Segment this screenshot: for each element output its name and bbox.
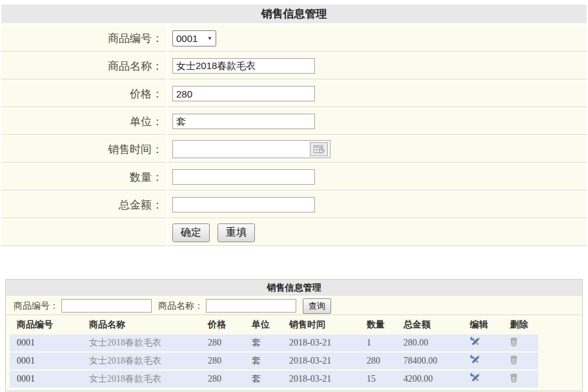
- cell-total: 280.00: [396, 338, 463, 348]
- tools-icon: [470, 373, 481, 383]
- search-id-input[interactable]: [61, 299, 152, 313]
- tools-icon: [470, 336, 481, 347]
- col-header-unit: 单位: [245, 319, 282, 331]
- list-panel-title: 销售信息管理: [6, 280, 582, 296]
- trash-icon: [510, 373, 518, 382]
- col-header-delete: 删除: [503, 319, 538, 331]
- cell-quantity: 280: [360, 356, 396, 366]
- form-row-quantity: 数量：: [1, 164, 587, 191]
- product-name-label: 商品名称：: [1, 53, 167, 79]
- date-picker-button[interactable]: [310, 142, 328, 156]
- col-header-product-name: 商品名称: [82, 319, 201, 331]
- col-header-sale-time: 销售时间: [282, 319, 360, 331]
- cell-product-id: 0001: [10, 356, 82, 366]
- table-row: 0001 女士2018春款毛衣 280 套 2018-03-21 280 784…: [10, 353, 538, 369]
- cell-product-name: 女士2018春款毛衣: [82, 337, 201, 349]
- search-name-input[interactable]: [206, 299, 296, 313]
- price-label: 价格：: [1, 81, 167, 107]
- sale-time-field[interactable]: [172, 140, 330, 158]
- form-row-buttons: 确定 重填: [1, 220, 587, 246]
- search-id-label: 商品编号：: [14, 300, 59, 312]
- form-panel-title: 销售信息管理: [1, 5, 587, 23]
- search-bar: 商品编号： 商品名称： 查询: [6, 297, 582, 315]
- quantity-label: 数量：: [1, 164, 167, 191]
- cell-unit: 套: [245, 355, 282, 367]
- col-header-total: 总金额: [396, 319, 463, 331]
- cell-product-name: 女士2018春款毛衣: [82, 373, 201, 385]
- cell-unit: 套: [245, 337, 282, 349]
- search-name-label: 商品名称：: [158, 300, 203, 312]
- cell-price: 280: [201, 338, 245, 348]
- col-header-price: 价格: [201, 319, 245, 331]
- product-id-select-value: 0001: [176, 33, 198, 44]
- total-amount-label: 总金额：: [1, 192, 167, 218]
- form-row-unit: 单位：: [1, 108, 587, 135]
- cell-product-name: 女士2018春款毛衣: [82, 355, 201, 367]
- col-header-product-id: 商品编号: [10, 319, 82, 331]
- form-row-total: 总金额：: [1, 192, 587, 218]
- delete-button[interactable]: [510, 373, 518, 382]
- form-row-product-name: 商品名称：: [1, 53, 587, 79]
- product-name-field[interactable]: [172, 58, 315, 74]
- search-button[interactable]: 查询: [303, 298, 331, 314]
- form-row-product-id: 商品编号： 0001 ▼: [1, 25, 587, 52]
- sales-form-panel: 销售信息管理 商品编号： 0001 ▼ 商品名称： 价格： 单位： 销售时间：: [1, 5, 587, 246]
- calendar-icon: [314, 145, 325, 154]
- table-header-row: 商品编号 商品名称 价格 单位 销售时间 数量 总金额 编辑 删除: [10, 316, 538, 333]
- cell-sale-time: 2018-03-21: [282, 338, 360, 348]
- unit-label: 单位：: [1, 108, 167, 135]
- cell-total: 78400.00: [396, 356, 463, 366]
- cell-product-id: 0001: [10, 338, 82, 348]
- table-row: 0001 女士2018春款毛衣 280 套 2018-03-21 1 280.0…: [10, 335, 538, 351]
- col-header-quantity: 数量: [360, 319, 396, 331]
- cell-sale-time: 2018-03-21: [282, 374, 360, 384]
- tools-icon: [470, 355, 481, 365]
- cell-price: 280: [201, 374, 245, 384]
- cell-unit: 套: [245, 373, 282, 385]
- cell-price: 280: [201, 356, 245, 366]
- table-row: 0001 女士2018春款毛衣 280 套 2018-03-21 15 4200…: [10, 371, 538, 387]
- edit-button[interactable]: [470, 355, 481, 365]
- trash-icon: [510, 337, 518, 346]
- cell-sale-time: 2018-03-21: [282, 356, 360, 366]
- price-field[interactable]: [172, 86, 315, 101]
- cell-quantity: 1: [360, 338, 396, 348]
- sales-table: 商品编号 商品名称 价格 单位 销售时间 数量 总金额 编辑 删除 0001 女…: [10, 316, 538, 387]
- product-id-select[interactable]: 0001 ▼: [172, 30, 216, 46]
- trash-icon: [510, 355, 518, 364]
- product-id-label: 商品编号：: [1, 25, 167, 52]
- delete-button[interactable]: [510, 337, 518, 346]
- cell-total: 4200.00: [396, 374, 463, 384]
- confirm-button[interactable]: 确定: [172, 223, 210, 242]
- total-amount-field[interactable]: [172, 197, 315, 212]
- cell-product-id: 0001: [10, 374, 82, 384]
- chevron-down-icon: ▼: [207, 36, 212, 41]
- unit-field[interactable]: [172, 114, 315, 129]
- sale-time-label: 销售时间：: [1, 136, 167, 163]
- edit-button[interactable]: [470, 373, 481, 383]
- reset-button[interactable]: 重填: [218, 223, 255, 242]
- cell-quantity: 15: [360, 374, 396, 384]
- form-row-price: 价格：: [1, 81, 587, 107]
- delete-button[interactable]: [510, 355, 518, 364]
- empty-label-cell: [1, 220, 167, 246]
- edit-button[interactable]: [470, 336, 481, 347]
- sales-list-panel: 销售信息管理 商品编号： 商品名称： 查询 商品编号 商品名称 价格 单位 销售…: [5, 279, 583, 391]
- form-row-sale-time: 销售时间：: [1, 136, 587, 163]
- quantity-field[interactable]: [172, 169, 315, 185]
- col-header-edit: 编辑: [463, 319, 503, 331]
